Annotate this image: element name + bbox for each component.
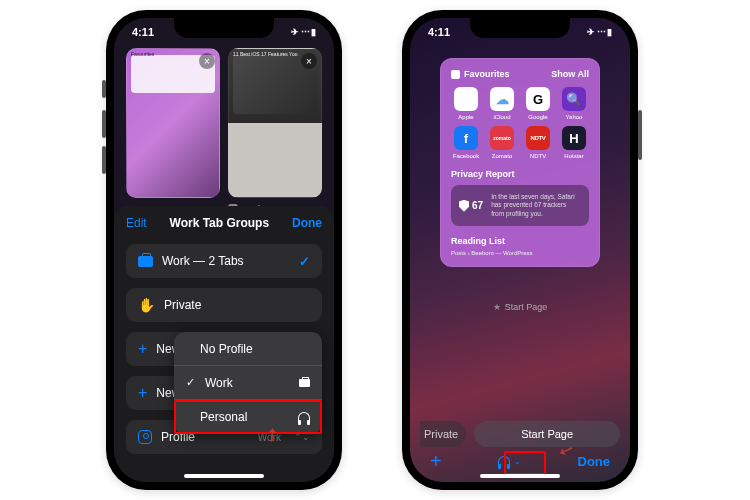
plus-icon: + bbox=[138, 384, 147, 402]
close-icon[interactable]: × bbox=[199, 53, 215, 69]
show-all-button[interactable]: Show All bbox=[551, 69, 589, 79]
home-indicator[interactable] bbox=[480, 474, 560, 478]
icloud-icon: ☁ bbox=[490, 87, 514, 111]
tab-overview: Favourites × ★Start Page 11 Best iOS 17 … bbox=[126, 48, 322, 228]
tab-switcher-bar: Private Start Page bbox=[410, 416, 630, 452]
reading-list-title: Reading List bbox=[451, 236, 589, 246]
tab-groups-sheet: Edit Work Tab Groups Done Work — 2 Tabs … bbox=[114, 206, 334, 482]
status-time: 4:11 bbox=[428, 26, 450, 38]
profile-switcher[interactable]: ⌄ bbox=[498, 456, 521, 466]
tab-thumb-header: 11 Best iOS 17 Features You Should Check… bbox=[233, 51, 299, 57]
done-button[interactable]: Done bbox=[292, 216, 322, 230]
volume-up bbox=[102, 110, 106, 138]
profile-option-personal[interactable]: Personal bbox=[174, 400, 322, 434]
edit-button[interactable]: Edit bbox=[126, 216, 147, 230]
zomato-icon: zomato bbox=[490, 126, 514, 150]
chevron-down-icon: ⌄ bbox=[514, 457, 521, 466]
hand-icon: ✋ bbox=[138, 297, 155, 313]
start-page-pill[interactable]: Start Page bbox=[474, 421, 620, 447]
tab-group-work[interactable]: Work — 2 Tabs bbox=[126, 244, 322, 278]
favourites-title: Favourites bbox=[464, 69, 510, 79]
facebook-icon: f bbox=[454, 126, 478, 150]
privacy-count: 67 bbox=[472, 200, 483, 211]
iphone-mock-left: 4:11 ✈︎ ⋯ ▮ Favourites × ★Start Page 11 … bbox=[106, 10, 342, 490]
profile-icon bbox=[138, 430, 152, 444]
google-icon: G bbox=[526, 87, 550, 111]
reading-list-item[interactable]: Posts ‹ Beebom — WordPress bbox=[451, 250, 589, 256]
status-indicators: ✈︎ ⋯ ▮ bbox=[291, 27, 316, 37]
privacy-text: In the last seven days, Safari has preve… bbox=[491, 193, 581, 218]
fav-item-google[interactable]: GGoogle bbox=[523, 87, 553, 120]
star-icon: ★ bbox=[493, 302, 501, 312]
briefcase-icon bbox=[299, 379, 310, 387]
yahoo-icon: 🔍 bbox=[562, 87, 586, 111]
volume-down bbox=[102, 146, 106, 174]
headphones-icon bbox=[498, 456, 510, 466]
row-label: Work — 2 Tabs bbox=[162, 254, 310, 268]
fav-item-apple[interactable]: Apple bbox=[451, 87, 481, 120]
new-tab-button[interactable]: + bbox=[430, 450, 442, 473]
apple-icon bbox=[454, 87, 478, 111]
bottom-toolbar: + ⌄ Done bbox=[410, 448, 630, 474]
home-indicator[interactable] bbox=[184, 474, 264, 478]
hotstar-icon: H bbox=[562, 126, 586, 150]
tab-card-start-page[interactable]: Favourites × ★Start Page bbox=[126, 48, 220, 228]
start-page-card[interactable]: Favourites Show All Apple ☁iCloud GGoogl… bbox=[440, 58, 600, 267]
iphone-mock-right: 4:11 ✈︎ ⋯ ▮ Favourites Show All Apple ☁i… bbox=[402, 10, 638, 490]
card-caption: ★ Start Page bbox=[410, 302, 630, 312]
shield-icon bbox=[459, 200, 469, 212]
fav-item-facebook[interactable]: fFacebook bbox=[451, 126, 481, 159]
privacy-report-box[interactable]: 67 In the last seven days, Safari has pr… bbox=[451, 185, 589, 226]
profile-option-none[interactable]: No Profile bbox=[174, 332, 322, 366]
plus-icon: + bbox=[138, 340, 147, 358]
close-icon[interactable]: × bbox=[301, 53, 317, 69]
tab-thumb-header: Favourites bbox=[131, 51, 197, 57]
mute-switch bbox=[102, 80, 106, 98]
favourites-icon bbox=[451, 70, 460, 79]
option-label: Personal bbox=[200, 410, 247, 424]
status-time: 4:11 bbox=[132, 26, 154, 38]
option-label: No Profile bbox=[200, 342, 253, 356]
power-button bbox=[638, 110, 642, 160]
caption-label: Start Page bbox=[505, 302, 548, 312]
tab-card-beebom[interactable]: 11 Best iOS 17 Features You Should Check… bbox=[228, 48, 322, 228]
done-button[interactable]: Done bbox=[578, 454, 611, 469]
fav-item-zomato[interactable]: zomatoZomato bbox=[487, 126, 517, 159]
headphones-icon bbox=[298, 412, 310, 422]
fav-item-yahoo[interactable]: 🔍Yahoo bbox=[559, 87, 589, 120]
profile-option-work[interactable]: Work bbox=[174, 366, 322, 400]
privacy-report-title: Privacy Report bbox=[451, 169, 589, 179]
option-label: Work bbox=[205, 376, 233, 390]
status-indicators: ✈︎ ⋯ ▮ bbox=[587, 27, 612, 37]
profile-popover: No Profile Work Personal bbox=[174, 332, 322, 434]
fav-item-icloud[interactable]: ☁iCloud bbox=[487, 87, 517, 120]
sheet-title: Work Tab Groups bbox=[170, 216, 270, 230]
notch bbox=[174, 18, 274, 38]
tab-group-private[interactable]: ✋ Private bbox=[126, 288, 322, 322]
fav-item-hotstar[interactable]: HHotstar bbox=[559, 126, 589, 159]
ndtv-icon: NDTV bbox=[526, 126, 550, 150]
briefcase-icon bbox=[138, 256, 153, 267]
fav-item-ndtv[interactable]: NDTVNDTV bbox=[523, 126, 553, 159]
private-pill[interactable]: Private bbox=[420, 421, 466, 447]
notch bbox=[470, 18, 570, 38]
row-label: Private bbox=[164, 298, 310, 312]
